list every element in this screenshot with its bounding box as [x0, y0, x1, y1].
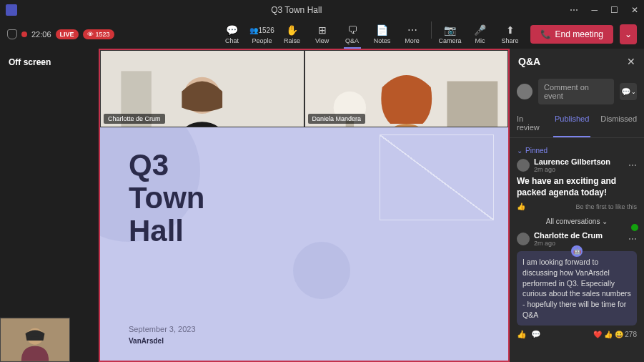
share-icon: ⬆: [505, 24, 516, 36]
titlebar: Q3 Town Hall ⋯ ─ ☐ ✕: [0, 0, 644, 20]
people-icon: 👥1526: [257, 24, 268, 36]
share-button[interactable]: ⬆Share: [496, 21, 525, 47]
qa-reply-bubble: 🤖 I am looking forward to discussing how…: [517, 251, 637, 326]
like-button[interactable]: 👍: [517, 202, 525, 210]
elapsed-time: 22:06: [31, 30, 51, 39]
all-conversations-toggle[interactable]: All conversations ⌄: [517, 217, 637, 225]
qa-author: Charlotte de Crum: [534, 231, 603, 240]
tab-dismissed[interactable]: Dismissed: [599, 109, 638, 137]
pinned-section[interactable]: ⌄Pinned: [517, 147, 637, 155]
minimize-icon[interactable]: ─: [591, 5, 598, 15]
slide-title: Q3TownHall: [129, 149, 480, 248]
meeting-toolbar: 22:06 LIVE 👁 1523 💬Chat 👥1526People ✋Rai…: [0, 20, 644, 49]
presenter-video-1[interactable]: Charlotte de Crum: [100, 50, 304, 127]
chevron-down-icon: ⌄: [631, 89, 636, 95]
shield-icon[interactable]: [7, 29, 17, 39]
off-screen-label: Off screen: [9, 57, 51, 67]
grid-icon: ⊞: [317, 24, 328, 36]
qa-icon: 🗨: [347, 24, 358, 36]
notes-button[interactable]: 📄Notes: [368, 21, 397, 47]
self-video[interactable]: [0, 318, 70, 362]
qa-item: Charlotte de Crum 2m ago ⋯ 🤖 I am lookin…: [517, 231, 637, 339]
status-dot-icon: [630, 222, 640, 233]
chevron-down-icon: ⌄: [625, 29, 632, 39]
qa-title: Q&A: [518, 56, 540, 67]
item-more-icon[interactable]: ⋯: [628, 160, 637, 170]
end-meeting-dropdown[interactable]: ⌄: [620, 24, 637, 44]
like-button[interactable]: 👍: [517, 330, 527, 339]
chat-icon: 💬: [227, 24, 238, 36]
window-title: Q3 Town Hall: [23, 5, 570, 15]
raise-hand-button[interactable]: ✋Raise: [278, 21, 307, 47]
bot-badge-icon: 🤖: [571, 245, 583, 257]
slide-brand: VanArsdel: [129, 337, 164, 345]
recording-icon: [21, 31, 27, 37]
people-button[interactable]: 👥1526People: [248, 21, 277, 47]
end-meeting-button[interactable]: 📞End meeting: [530, 25, 613, 44]
stage-frame: Charlotte de Crum Daniela Mandera Q3Town…: [99, 49, 510, 362]
avatar: [517, 233, 530, 245]
ellipsis-icon: ⋯: [407, 24, 418, 36]
chevron-down-icon: ⌄: [602, 217, 608, 225]
viewers-badge[interactable]: 👁 1523: [83, 29, 114, 39]
qa-panel: Q&A ✕ Comment on event 💬⌄ In review Publ…: [510, 49, 644, 362]
teams-app-icon: [6, 4, 17, 16]
presenter-name-2: Daniela Mandera: [308, 114, 366, 124]
phone-down-icon: 📞: [540, 29, 551, 39]
qa-timestamp: 2m ago: [534, 166, 610, 173]
slide-date: September 3, 2023: [129, 325, 196, 333]
reply-button[interactable]: 💬: [531, 330, 541, 339]
like-prompt: Be the first to like this: [575, 203, 637, 210]
close-panel-icon[interactable]: ✕: [627, 56, 635, 67]
qa-text: We have an exciting and packed agenda to…: [517, 176, 637, 198]
more-button[interactable]: ⋯More: [398, 21, 427, 47]
notes-icon: 📄: [377, 24, 388, 36]
chevron-down-icon: ⌄: [517, 147, 522, 155]
stage-area: Off screen Charlotte de Crum Daniela Man…: [0, 49, 510, 362]
mic-icon: 🎤: [475, 24, 486, 36]
avatar: [517, 159, 530, 172]
camera-icon: 📷: [445, 24, 456, 36]
svg-rect-6: [447, 82, 497, 127]
maximize-icon[interactable]: ☐: [610, 5, 618, 15]
more-window-icon[interactable]: ⋯: [570, 5, 578, 15]
qa-author: Laurence Gilbertson: [534, 157, 610, 166]
qa-button[interactable]: 🗨Q&A: [338, 21, 367, 47]
comment-mode-button[interactable]: 💬⌄: [620, 83, 637, 100]
svg-rect-10: [31, 336, 39, 339]
close-window-icon[interactable]: ✕: [631, 5, 638, 15]
presenter-video-2[interactable]: Daniela Mandera: [304, 50, 509, 127]
shared-slide: Q3TownHall September 3, 2023 VanArsdel: [100, 127, 508, 361]
qa-timestamp: 2m ago: [534, 240, 603, 247]
mic-button[interactable]: 🎤Mic: [466, 21, 495, 47]
comment-input[interactable]: Comment on event: [538, 79, 614, 104]
live-badge: LIVE: [56, 29, 79, 39]
qa-item: Laurence Gilbertson 2m ago ⋯ We have an …: [517, 157, 637, 210]
camera-button[interactable]: 📷Camera: [436, 21, 465, 47]
chat-button[interactable]: 💬Chat: [218, 21, 247, 47]
hand-icon: ✋: [287, 24, 298, 36]
tab-in-review[interactable]: In review: [515, 109, 545, 137]
reaction-row[interactable]: ❤️ 👍 😀 278: [593, 331, 637, 338]
tab-published[interactable]: Published: [553, 109, 590, 137]
self-avatar: [517, 84, 532, 99]
item-more-icon[interactable]: ⋯: [628, 234, 637, 244]
presenter-name-1: Charlotte de Crum: [104, 114, 165, 124]
view-button[interactable]: ⊞View: [308, 21, 337, 47]
